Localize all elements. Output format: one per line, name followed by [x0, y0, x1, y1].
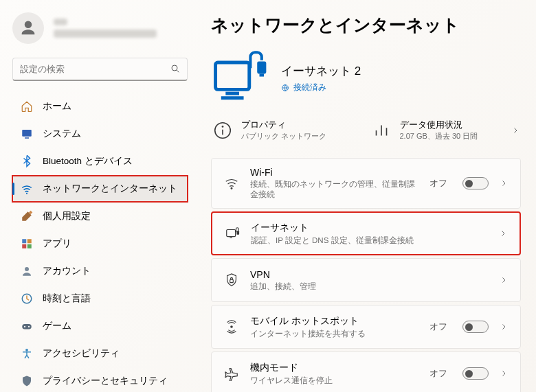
sidebar-item-label: ホーム	[43, 100, 71, 113]
row-wifi[interactable]: Wi-Fi 接続、既知のネットワークの管理、従量制課金接続 オフ	[211, 158, 521, 209]
svg-rect-8	[22, 244, 26, 249]
svg-rect-20	[260, 73, 265, 76]
wifi-state: オフ	[429, 177, 447, 189]
vpn-icon	[224, 273, 239, 288]
svg-rect-7	[27, 239, 32, 243]
svg-rect-2	[22, 130, 32, 137]
row-airplane[interactable]: 機内モード ワイヤレス通信を停止 オフ	[211, 351, 521, 392]
sidebar-item-label: Bluetooth とデバイス	[43, 155, 133, 168]
user-profile[interactable]	[12, 12, 188, 44]
personalization-icon	[21, 210, 33, 222]
row-sub: インターネット接続を共有する	[250, 329, 418, 339]
row-title: Wi-Fi	[250, 167, 418, 178]
user-name-redacted	[54, 19, 157, 38]
gaming-icon	[21, 320, 33, 332]
sidebar-item-label: ゲーム	[43, 320, 71, 332]
chevron-right-icon	[500, 323, 508, 331]
svg-rect-28	[236, 231, 239, 235]
avatar	[12, 12, 44, 44]
sidebar-item-apps[interactable]: アプリ	[12, 231, 188, 257]
system-icon	[21, 128, 33, 140]
airplane-toggle[interactable]	[462, 367, 489, 380]
row-sub: 接続、既知のネットワークの管理、従量制課金接続	[250, 179, 418, 200]
svg-rect-6	[22, 239, 26, 243]
sidebar-item-accounts[interactable]: アカウント	[12, 258, 188, 284]
row-vpn[interactable]: VPN 追加、接続、管理	[211, 258, 521, 302]
bluetooth-icon	[21, 155, 33, 168]
home-icon	[21, 100, 33, 113]
svg-point-0	[172, 65, 177, 71]
chevron-right-icon	[511, 126, 520, 135]
svg-point-14	[28, 326, 30, 327]
sidebar-item-label: 時刻と言語	[43, 292, 91, 305]
svg-rect-17	[225, 92, 239, 95]
sidebar-item-bluetooth[interactable]: Bluetooth とデバイス	[12, 148, 188, 174]
row-ethernet[interactable]: イーサネット 認証、IP 設定と DNS 設定、従量制課金接続	[211, 211, 521, 255]
sidebar-item-label: 個人用設定	[43, 210, 91, 222]
svg-point-15	[25, 349, 28, 351]
hotspot-icon	[224, 319, 239, 334]
search-icon	[170, 63, 181, 74]
chevron-right-icon	[500, 369, 508, 378]
time-language-icon	[21, 292, 33, 305]
wifi-toggle[interactable]	[462, 177, 489, 189]
svg-point-24	[222, 126, 223, 126]
info-icon	[212, 120, 233, 141]
shield-icon	[21, 375, 33, 387]
data-usage-card[interactable]: データ使用状況 2.07 GB、過去 30 日間	[370, 116, 522, 144]
properties-title: プロパティ	[241, 119, 361, 131]
svg-rect-19	[257, 61, 266, 73]
search-input[interactable]	[12, 58, 188, 81]
apps-icon	[21, 238, 33, 250]
sidebar-item-home[interactable]: ホーム	[12, 93, 188, 119]
page-title: ネットワークとインターネット	[211, 14, 521, 36]
airplane-state: オフ	[429, 367, 447, 380]
accounts-icon	[21, 265, 33, 277]
svg-point-4	[26, 193, 27, 194]
sidebar-item-personalization[interactable]: 個人用設定	[12, 203, 188, 229]
sidebar-item-label: アカウント	[43, 265, 91, 277]
row-title: イーサネット	[251, 222, 488, 234]
data-usage-icon	[371, 120, 392, 141]
svg-rect-29	[230, 279, 234, 283]
sidebar-item-gaming[interactable]: ゲーム	[12, 313, 188, 339]
svg-point-30	[230, 325, 233, 328]
sidebar-item-system[interactable]: システム	[12, 121, 188, 147]
row-title: 機内モード	[250, 362, 418, 374]
sidebar-item-privacy[interactable]: プライバシーとセキュリティ	[12, 368, 188, 392]
hotspot-state: オフ	[429, 321, 447, 333]
connection-name: イーサネット 2	[281, 63, 361, 79]
svg-rect-18	[221, 96, 244, 100]
row-title: モバイル ホットスポット	[250, 315, 418, 327]
chevron-right-icon	[500, 179, 508, 187]
hotspot-toggle[interactable]	[462, 321, 489, 333]
row-title: VPN	[250, 269, 489, 280]
svg-rect-3	[25, 137, 29, 139]
svg-rect-26	[227, 230, 236, 237]
network-icon	[21, 183, 33, 195]
sidebar-item-time-language[interactable]: 時刻と言語	[12, 286, 188, 312]
row-sub: ワイヤレス通信を停止	[250, 376, 418, 386]
accessibility-icon	[21, 347, 33, 360]
search-box[interactable]	[12, 58, 188, 81]
sidebar-item-label: プライバシーとセキュリティ	[43, 375, 168, 387]
properties-card[interactable]: プロパティ パブリック ネットワーク	[211, 116, 363, 144]
row-hotspot[interactable]: モバイル ホットスポット インターネット接続を共有する オフ	[211, 305, 521, 349]
ethernet-icon	[225, 226, 240, 241]
sidebar-item-label: アプリ	[43, 238, 71, 250]
svg-rect-9	[27, 244, 32, 249]
ethernet-monitor-icon	[211, 50, 267, 106]
connection-status-text: 接続済み	[293, 82, 326, 93]
svg-point-10	[25, 267, 29, 271]
sidebar-item-label: システム	[43, 128, 81, 140]
sidebar-item-label: ネットワークとインターネット	[43, 183, 177, 195]
svg-point-25	[231, 187, 232, 189]
row-sub: 追加、接続、管理	[250, 281, 489, 292]
row-sub: 認証、IP 設定と DNS 設定、従量制課金接続	[251, 235, 488, 246]
sidebar-item-accessibility[interactable]: アクセシビリティ	[12, 341, 188, 367]
data-usage-sub: 2.07 GB、過去 30 日間	[400, 131, 504, 141]
sidebar-item-label: アクセシビリティ	[43, 347, 120, 360]
sidebar-item-network[interactable]: ネットワークとインターネット	[12, 176, 188, 202]
svg-rect-16	[216, 62, 249, 89]
connection-status-card: イーサネット 2 接続済み	[211, 50, 521, 106]
